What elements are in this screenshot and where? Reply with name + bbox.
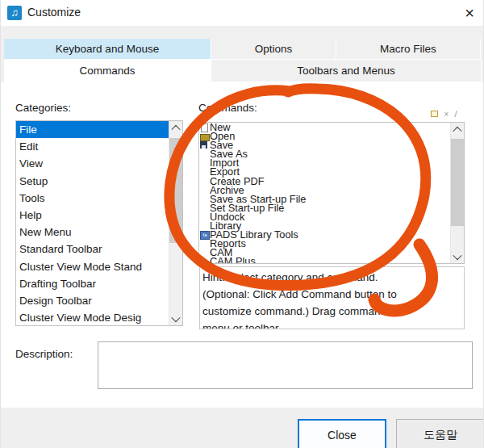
tab-spacer xyxy=(481,39,484,60)
command-item-cam-plus[interactable]: CAM Plus xyxy=(199,257,464,264)
command-item-open[interactable]: Open xyxy=(199,132,464,140)
command-icon-spacer xyxy=(199,150,210,158)
scrollbar-thumb[interactable] xyxy=(169,138,182,243)
command-icon-spacer xyxy=(199,204,210,212)
description-field xyxy=(98,341,473,389)
category-item-setup[interactable]: Setup xyxy=(16,173,170,190)
commands-scrollbar[interactable] xyxy=(450,123,464,263)
scroll-up-icon[interactable] xyxy=(451,123,464,136)
tab-strip-background xyxy=(1,26,484,39)
open-folder-icon xyxy=(199,132,210,140)
category-item-new-menu[interactable]: New Menu xyxy=(16,224,170,241)
tab-toolbars-and-menus[interactable]: Toolbars and Menus xyxy=(211,60,482,82)
hint-line: customize command.) Drag command to xyxy=(202,303,464,320)
overlay-box-icon[interactable] xyxy=(431,111,438,117)
command-label: CAM Plus xyxy=(210,257,256,264)
scroll-down-icon[interactable] xyxy=(169,312,182,325)
category-item-tools[interactable]: Tools xyxy=(16,190,170,207)
window-title: Customize xyxy=(27,6,81,19)
hint-line: menu or toolbar. xyxy=(202,320,464,329)
commands-listbox[interactable]: New Open Save Save As Import Export Crea… xyxy=(198,122,465,264)
scroll-down-icon[interactable] xyxy=(451,249,464,263)
tab-label: Macro Files xyxy=(380,43,436,55)
scrollbar-thumb[interactable] xyxy=(451,139,464,226)
command-icon-spacer xyxy=(199,240,210,248)
category-item-standard-toolbar[interactable]: Standard Toolbar xyxy=(16,241,170,257)
command-icon-spacer xyxy=(199,159,210,167)
categories-label: Categories: xyxy=(15,102,71,114)
pads-logo-icon: ♫ xyxy=(7,6,22,20)
description-label: Description: xyxy=(15,348,73,360)
help-button[interactable]: 도움말 xyxy=(396,419,484,448)
scroll-up-icon[interactable] xyxy=(169,121,182,135)
command-icon-spacer xyxy=(199,222,210,230)
category-item-help[interactable]: Help xyxy=(16,207,170,224)
tab-label: Commands xyxy=(79,65,135,77)
category-item-design-toolbar[interactable]: Design Toolbar xyxy=(16,292,170,309)
tab-label: Options xyxy=(255,43,293,55)
command-icon-spacer xyxy=(199,178,210,186)
save-floppy-icon xyxy=(199,141,210,149)
close-button-label: Close xyxy=(328,429,357,442)
command-item-save-as[interactable]: Save As xyxy=(199,149,464,158)
category-item-view[interactable]: View xyxy=(16,155,170,172)
tab-row-2: Commands Toolbars and Menus xyxy=(1,60,484,82)
help-button-label: 도움말 xyxy=(424,428,457,442)
command-icon-spacer xyxy=(199,186,210,195)
tab-label: Toolbars and Menus xyxy=(297,65,395,77)
category-item-file[interactable]: File xyxy=(16,121,170,138)
overlay-pencil-icon[interactable]: / xyxy=(454,110,457,118)
category-item-cluster-view-mode-standard[interactable]: Cluster View Mode Stand xyxy=(16,258,170,275)
categories-listbox[interactable]: File Edit View Setup Tools Help New Menu… xyxy=(15,120,183,326)
category-item-drafting-toolbar[interactable]: Drafting Toolbar xyxy=(16,275,170,292)
hint-box: Hint: Select category and command. (Opti… xyxy=(199,266,465,329)
category-item-cluster-view-mode-design[interactable]: Cluster View Mode Desig xyxy=(16,309,170,326)
window-close-icon[interactable]: × xyxy=(457,2,482,24)
close-button[interactable]: Close xyxy=(298,419,386,448)
customize-dialog: ♫ Customize × Keyboard and Mouse Options… xyxy=(0,0,484,448)
overlay-close-icon[interactable]: × xyxy=(444,110,449,118)
new-document-icon xyxy=(199,124,210,132)
command-icon-spacer xyxy=(199,249,210,257)
tab-row-1: Keyboard and Mouse Options Macro Files xyxy=(1,39,484,60)
tab-macro-files[interactable]: Macro Files xyxy=(336,39,481,60)
hint-line: Hint: Select category and command. xyxy=(202,269,464,286)
command-icon-spacer xyxy=(199,168,210,176)
pads-library-icon: fa xyxy=(199,231,210,239)
tab-options[interactable]: Options xyxy=(211,39,336,60)
categories-scrollbar[interactable] xyxy=(169,121,182,325)
tab-commands[interactable]: Commands xyxy=(4,60,211,82)
commands-label: Commands: xyxy=(198,102,257,114)
command-item-new[interactable]: New xyxy=(199,123,464,132)
hint-line: (Optional: Click Add Command button to xyxy=(202,286,464,303)
command-icon-spacer xyxy=(199,195,210,203)
annotation-overlay-controls: × / xyxy=(431,110,457,118)
tab-keyboard-and-mouse[interactable]: Keyboard and Mouse xyxy=(4,39,211,60)
category-item-edit[interactable]: Edit xyxy=(16,138,170,155)
command-icon-spacer xyxy=(199,257,210,264)
tab-label: Keyboard and Mouse xyxy=(56,43,159,55)
title-bar: ♫ Customize × xyxy=(1,0,484,26)
command-item-reports[interactable]: Reports xyxy=(199,239,464,248)
command-icon-spacer xyxy=(199,213,210,221)
